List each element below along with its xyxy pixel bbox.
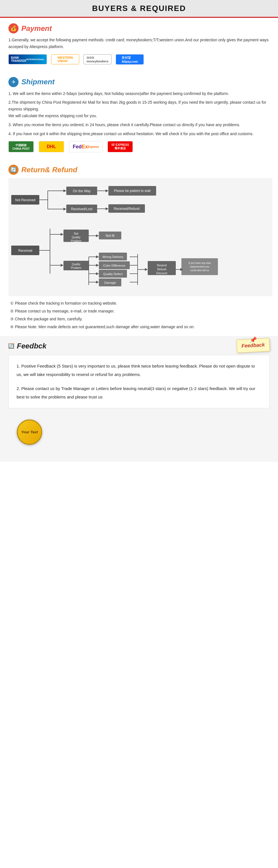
payment-heading: Payment bbox=[21, 24, 52, 33]
svg-text:Quality: Quality bbox=[72, 263, 80, 266]
svg-text:On the Way: On the Way bbox=[73, 189, 91, 193]
payment-logos: BANKTRANSFERINTERNATIONAL WESTERNUNION ⊙… bbox=[8, 54, 270, 65]
svg-text:Problem: Problem bbox=[71, 267, 81, 270]
page-header: BUYERS & REQUIRED bbox=[0, 0, 278, 18]
svg-text:Color Difference: Color Difference bbox=[103, 264, 125, 267]
sf-express-logo: SF EXPRESS顺丰速运 bbox=[108, 141, 133, 152]
moneybookers-logo: ⊙⊙⊙moneybookers bbox=[83, 54, 111, 64]
svg-text:could also tell us: could also tell us bbox=[190, 269, 209, 272]
payment-description: 1.Generally, we accept the following pay… bbox=[8, 37, 270, 50]
svg-text:Quality: Quality bbox=[72, 236, 80, 239]
shipment-point-4: 4. If you have not got it within the shi… bbox=[8, 131, 270, 137]
feedback-heading: Feedbck bbox=[17, 342, 47, 350]
return-refund-section: 🔄 Return& Refund Not Received On the Way bbox=[0, 159, 278, 336]
svg-text:Not fit: Not fit bbox=[106, 234, 114, 238]
flowchart-container: Not Received On the Way Please be patien… bbox=[8, 178, 272, 297]
flowchart-svg: Not Received On the Way Please be patien… bbox=[8, 178, 272, 296]
shipment-icon: ✈ bbox=[8, 77, 19, 87]
western-union-logo: WESTERNUNION bbox=[51, 54, 79, 64]
alipay-logo: 支付宝Alipay.com bbox=[116, 54, 144, 65]
shipping-logos: 中国邮政CHINA POST DHL FedExExpress SF EXPRE… bbox=[8, 141, 270, 152]
feedback-header: 🔄 Feedbck Feedback bbox=[0, 336, 278, 352]
chinapost-logo: 中国邮政CHINA POST bbox=[8, 141, 34, 152]
dhl-logo: DHL bbox=[39, 141, 64, 152]
bank-transfer-logo: BANKTRANSFERINTERNATIONAL bbox=[8, 54, 47, 64]
svg-text:Received: Received bbox=[18, 249, 32, 253]
return-note-1: ① Please check the tracking in formation… bbox=[8, 300, 270, 307]
shipment-heading: Shipment bbox=[21, 78, 55, 86]
svg-text:Received/Refund: Received/Refund bbox=[114, 207, 140, 211]
shipment-point-1: 1. We will sent the items within 2-5days… bbox=[8, 91, 270, 97]
svg-text:Please be patient to wait: Please be patient to wait bbox=[114, 189, 151, 193]
feedback-section: 🔄 Feedbck Feedback 1. Positive Feedback … bbox=[0, 336, 278, 462]
payment-section: 💰 Payment 1.Generally, we accept the fol… bbox=[0, 18, 278, 71]
gold-badge: Your Text bbox=[17, 420, 42, 445]
payment-icon: 💰 bbox=[8, 23, 19, 33]
svg-text:Refund: Refund bbox=[157, 268, 166, 271]
svg-text:Not Received: Not Received bbox=[15, 198, 35, 202]
shipment-point-3: 3. When you receive the items you ordere… bbox=[8, 122, 270, 128]
svg-text:Received/Lost: Received/Lost bbox=[71, 207, 93, 211]
svg-text:Not: Not bbox=[74, 232, 78, 235]
fedex-logo: FedExExpress bbox=[69, 141, 103, 152]
feedback-point-2: 2. Please contact us by Trade Manager or… bbox=[16, 384, 262, 401]
svg-text:requirements you: requirements you bbox=[190, 265, 209, 268]
svg-text:Resend: Resend bbox=[157, 264, 167, 267]
return-heading: Return& Refund bbox=[21, 165, 77, 174]
return-note-2: ② Please contact us by meesage, e-mail, … bbox=[8, 308, 270, 315]
svg-text:Discount: Discount bbox=[157, 272, 167, 275]
svg-text:Wrong Delivery: Wrong Delivery bbox=[103, 255, 124, 258]
feedback-content: 1. Positive Feedback (5 Stars) is very i… bbox=[8, 355, 270, 408]
return-notes: ① Please check the tracking in formation… bbox=[8, 300, 270, 330]
feedback-point-1: 1. Positive Feedback (5 Stars) is very i… bbox=[16, 362, 262, 379]
page-title: BUYERS & REQUIRED bbox=[0, 4, 278, 13]
svg-text:Problem: Problem bbox=[71, 240, 81, 243]
return-note-4: ④ Please Note: Men made defects are not … bbox=[8, 324, 270, 331]
svg-text:Quality Defect: Quality Defect bbox=[103, 272, 123, 276]
shipment-section-title: ✈ Shipment bbox=[8, 77, 270, 87]
shipment-point-2: 2.The shipment by China Post Registered … bbox=[8, 99, 270, 119]
svg-text:If you have any else: If you have any else bbox=[188, 261, 211, 265]
return-section-title: 🔄 Return& Refund bbox=[8, 165, 270, 175]
return-icon: 🔄 bbox=[8, 165, 19, 175]
return-note-3: ③ Check the package and Item, carefully. bbox=[8, 316, 270, 322]
shipment-section: ✈ Shipment 1. We will sent the items wit… bbox=[0, 71, 278, 159]
payment-section-title: 💰 Payment bbox=[8, 23, 270, 33]
feedback-note: Feedback bbox=[237, 338, 270, 353]
feedback-icon: 🔄 bbox=[8, 343, 14, 349]
svg-text:Damage: Damage bbox=[104, 281, 116, 284]
badge-area: Your Text bbox=[0, 411, 278, 456]
